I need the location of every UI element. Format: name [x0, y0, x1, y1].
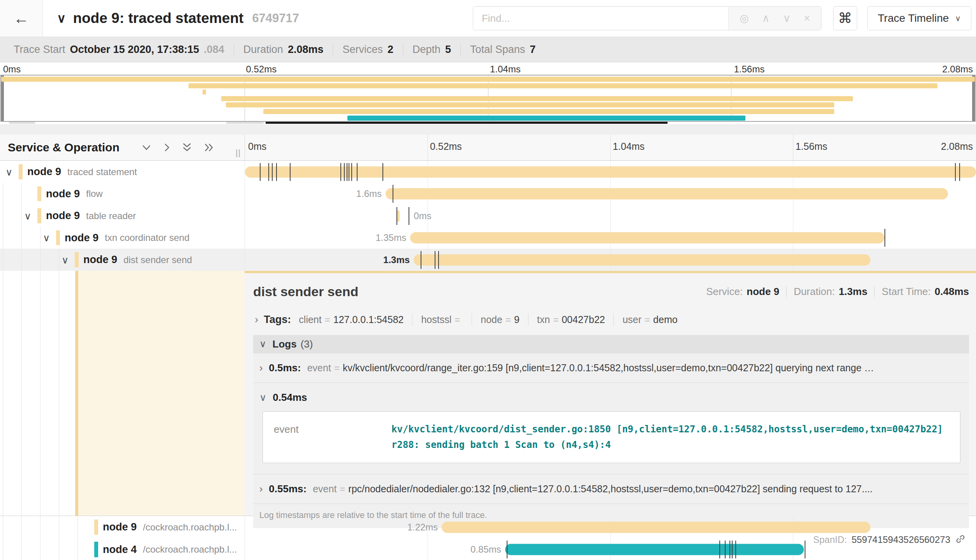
span-name-cell[interactable]: ∨ node 9 traced statement	[0, 161, 245, 183]
tag-item: txn=00427b22	[537, 314, 605, 325]
collapse-all-icon[interactable]	[181, 142, 193, 153]
log-field: event	[313, 483, 336, 495]
log-entry[interactable]: › 0.55ms: event = rpc/nodedialer/nodedia…	[253, 474, 969, 504]
search-input[interactable]	[473, 7, 728, 30]
minimap-span-bar	[263, 109, 834, 114]
span-name-cell[interactable]: node 4 /cockroach.roachpb.l...	[0, 538, 245, 560]
expand-all-icon[interactable]	[203, 142, 215, 153]
span-bar[interactable]	[414, 254, 870, 265]
log-tick	[421, 251, 421, 269]
operation-name: flow	[86, 188, 103, 199]
span-bar[interactable]	[505, 544, 804, 555]
span-name-cell[interactable]: ∨ node 9 dist sender send	[0, 249, 245, 271]
span-bar[interactable]	[245, 166, 976, 177]
operation-name: dist sender send	[123, 255, 192, 265]
log-tick	[268, 163, 269, 181]
collapse-one-icon[interactable]	[141, 142, 152, 153]
log-entry[interactable]: › 0.5ms: event = kv/kvclient/kvcoord/ran…	[253, 353, 969, 383]
span-bar[interactable]	[442, 521, 870, 533]
minimap-span-bar	[203, 90, 206, 95]
span-timeline-cell[interactable]: 0.85ms	[245, 538, 976, 560]
span-timeline-cell[interactable]: 0ms	[245, 205, 976, 227]
stat-label: Services	[342, 44, 383, 56]
span-timeline-cell[interactable]: 1.6ms	[245, 183, 976, 205]
log-tick	[396, 207, 397, 225]
span-bar[interactable]	[386, 188, 948, 200]
span-row[interactable]: ∨ node 9 txn coordinator send 1.35ms	[0, 227, 976, 249]
service-color-strip	[75, 252, 79, 267]
service-color-strip	[94, 520, 98, 535]
service-name: node 9	[83, 254, 117, 266]
chevron-down-icon[interactable]: ∨	[24, 210, 31, 221]
span-row[interactable]: ∨ node 9 traced statement	[0, 161, 976, 183]
span-timeline-cell[interactable]: 1.35ms	[245, 227, 976, 249]
span-name-cell[interactable]: ∨ node 9 txn coordinator send	[0, 227, 245, 249]
divider	[234, 44, 234, 55]
stat-value: October 15 2020, 17:38:15	[70, 44, 199, 56]
span-row[interactable]: node 4 /cockroach.roachpb.l... 0.85ms	[0, 538, 976, 560]
minimap-right-handle[interactable]	[972, 75, 975, 121]
log-tick	[959, 163, 960, 181]
span-name-cell[interactable]: ∨ node 9 table reader	[0, 205, 245, 227]
log-entry-expanded[interactable]: ∨ 0.54ms event kv/kvclient/kvcoord/dist_…	[253, 383, 969, 474]
tags-row[interactable]: › Tags: client=127.0.0.1:54582 hostssl= …	[253, 313, 969, 326]
title-collapse-icon[interactable]: ∨	[57, 11, 66, 26]
trace-view: ← ∨ node 9: traced statement 6749717 ◎ ∧…	[0, 0, 976, 560]
logs-header[interactable]: ∨ Logs (3)	[253, 335, 969, 353]
tag-item: client=127.0.0.1:54582	[299, 314, 403, 325]
minimap-scroll-indicator[interactable]	[266, 122, 668, 124]
duration-value: 1.3ms	[839, 286, 867, 298]
stat-total-spans: Total Spans 7	[470, 44, 536, 56]
chevron-down-icon[interactable]: ∨	[259, 392, 266, 403]
stat-value: 7	[530, 44, 536, 56]
minimap-scrollbar[interactable]	[0, 122, 976, 124]
target-icon[interactable]: ◎	[740, 12, 749, 25]
chevron-right-icon[interactable]: ›	[259, 362, 262, 374]
view-selector-label: Trace Timeline	[878, 12, 949, 25]
back-button[interactable]: ←	[0, 0, 43, 37]
chevron-right-icon[interactable]: ›	[259, 483, 262, 495]
span-bar[interactable]	[410, 232, 884, 244]
log-event-box: event kv/kvclient/kvcoord/dist_sender.go…	[262, 411, 960, 463]
prev-match-icon[interactable]: ∧	[762, 12, 770, 25]
service-name: node 9	[65, 232, 99, 244]
minimap-left-handle[interactable]	[1, 75, 4, 121]
log-time: 0.5ms:	[269, 362, 301, 374]
tick-label: 0.52ms	[430, 141, 462, 152]
column-resizer-handle[interactable]	[236, 149, 240, 157]
log-tick	[340, 163, 341, 181]
clear-search-icon[interactable]: ×	[804, 12, 810, 25]
span-row[interactable]: node 9 /cockroach.roachpb.l... 1.22ms	[0, 516, 976, 538]
span-summary: Service: node 9 Duration: 1.3ms Start Ti…	[706, 286, 969, 298]
divider	[403, 44, 403, 55]
span-detail-indent	[0, 271, 245, 516]
span-row-selected[interactable]: ∨ node 9 dist sender send 1.3ms	[0, 249, 976, 271]
chevron-down-icon[interactable]: ∨	[43, 232, 50, 244]
tick-label: 1.04ms	[613, 141, 645, 152]
span-duration-label: 0ms	[410, 211, 435, 221]
next-match-icon[interactable]: ∨	[783, 12, 791, 25]
chevron-down-icon: ∨	[955, 14, 961, 23]
keyboard-shortcuts-button[interactable]: ⌘	[833, 6, 857, 30]
span-name-cell[interactable]: node 9 /cockroach.roachpb.l...	[0, 516, 245, 538]
log-tick	[507, 541, 507, 558]
chevron-right-icon[interactable]: ›	[255, 313, 258, 326]
span-timeline-cell[interactable]	[245, 161, 976, 183]
log-tick	[272, 163, 273, 181]
expand-one-icon[interactable]	[162, 142, 171, 153]
span-timeline-cell[interactable]: 1.22ms	[245, 516, 976, 538]
log-tick	[805, 541, 805, 558]
span-row[interactable]: node 9 flow 1.6ms	[0, 183, 976, 205]
minimap-canvas[interactable]	[0, 75, 976, 122]
span-name-cell[interactable]: node 9 flow	[0, 183, 245, 205]
span-timeline-cell[interactable]: 1.3ms	[245, 249, 976, 271]
log-field: event	[307, 362, 331, 374]
chevron-down-icon[interactable]: ∨	[5, 166, 12, 177]
chevron-down-icon[interactable]: ∨	[62, 254, 69, 265]
minimap-span-bar	[189, 83, 937, 88]
stat-value: 2.08ms	[288, 44, 324, 56]
view-selector-button[interactable]: Trace Timeline ∨	[867, 6, 971, 30]
tags-label: Tags:	[264, 314, 291, 326]
log-time: 0.55ms:	[269, 483, 307, 495]
span-row[interactable]: ∨ node 9 table reader 0ms	[0, 205, 976, 227]
